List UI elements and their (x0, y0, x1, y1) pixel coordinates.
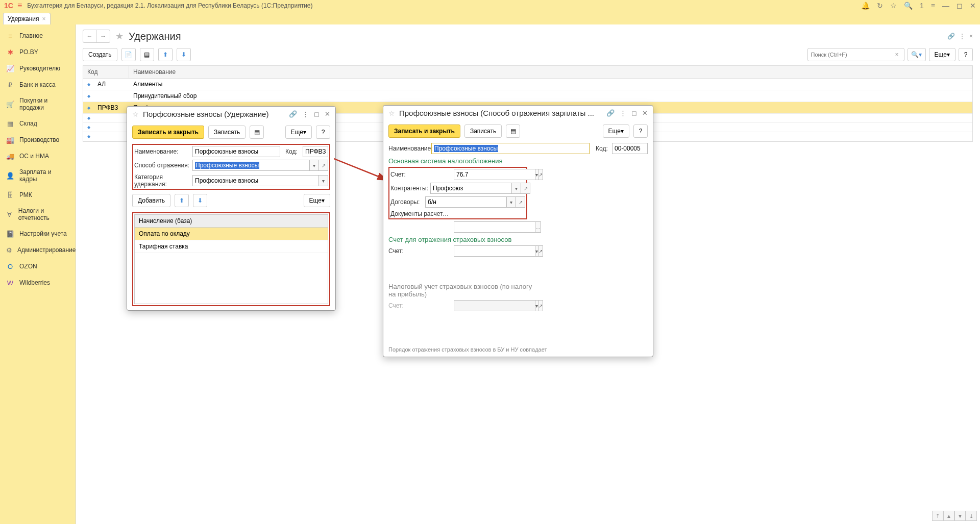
scroll-down-icon[interactable]: ▼ (954, 511, 966, 521)
more-icon[interactable]: ⋮ (959, 33, 965, 40)
link-icon[interactable]: 🔗 (947, 33, 955, 40)
tab-close-icon[interactable]: × (42, 15, 46, 22)
dialog1-more-button[interactable]: Еще ▾ (285, 126, 312, 139)
star-icon[interactable]: ☆ (890, 2, 897, 10)
open-icon[interactable]: ↗ (538, 169, 543, 180)
dialog1-list-more-button[interactable]: Еще ▾ (304, 194, 330, 207)
dialog2-account-input[interactable] (454, 169, 535, 180)
help-button[interactable]: ? (959, 48, 973, 61)
more-button[interactable]: Еще ▾ (929, 48, 955, 61)
dialog2-help-button[interactable]: ? (633, 124, 648, 138)
back-button[interactable]: ← (83, 30, 96, 42)
scroll-up-icon[interactable]: ▲ (943, 511, 954, 521)
page-close-icon[interactable]: × (969, 33, 973, 40)
dialog1-list-button[interactable]: ▤ (250, 126, 264, 139)
settings-icon[interactable]: ≡ (931, 2, 935, 10)
tab-uderzhaniya[interactable]: Удержания × (3, 13, 51, 24)
dialog1-method-open-icon[interactable]: ↗ (319, 160, 328, 171)
minimize-icon[interactable]: — (942, 2, 949, 10)
sidebar-item[interactable]: ₽Банк и касса (0, 77, 75, 93)
dialog2-docs-input[interactable] (454, 221, 535, 233)
sidebar-item[interactable]: WWildberries (0, 275, 75, 291)
table-row[interactable]: ◆Принудительный сбор (83, 90, 972, 102)
search-box[interactable]: × (807, 48, 904, 61)
sidebar-item[interactable]: ⚙Администрирование (0, 242, 75, 258)
sidebar-icon: ₽ (6, 81, 14, 89)
search-dropdown-button[interactable]: 🔍▾ (908, 48, 926, 61)
create-button[interactable]: Создать (83, 48, 117, 61)
list-button[interactable]: ▤ (140, 48, 154, 61)
sidebar-item[interactable]: 📓Настройки учета (0, 226, 75, 242)
dialog2-link-icon[interactable]: 🔗 (606, 109, 615, 117)
upload-button[interactable]: ⬆ (158, 48, 173, 61)
sidebar-item[interactable]: 🛒Покупки и продажи (0, 93, 75, 115)
close-icon[interactable]: ✕ (970, 2, 976, 10)
dialog1-code-input[interactable] (303, 146, 328, 157)
dialog2-maximize-icon[interactable]: ◻ (631, 109, 637, 117)
dialog2-more-icon[interactable]: ⋮ (620, 109, 626, 117)
dialog1-add-button[interactable]: Добавить (132, 194, 170, 207)
dialog1-star-icon[interactable]: ☆ (132, 110, 139, 118)
favorite-star-icon[interactable]: ★ (115, 31, 124, 42)
dialog2-more-button[interactable]: Еще ▾ (603, 124, 629, 138)
dialog1-method-input[interactable]: Профсоюзные взносы (192, 160, 310, 171)
dialog1-category-dropdown-icon[interactable]: ▾ (319, 175, 328, 186)
dialog2-contragent-input[interactable] (430, 183, 512, 194)
scroll-bottom-icon[interactable]: ⤓ (966, 511, 977, 521)
dropdown-icon[interactable]: ▾ (512, 183, 521, 194)
sidebar-item[interactable]: 🗄РМК (0, 187, 75, 203)
sidebar-item[interactable]: 📈Руководителю (0, 60, 75, 77)
dialog1-save-button[interactable]: Записать (208, 126, 246, 139)
sidebar-item[interactable]: ≡Главное (0, 28, 75, 44)
dialog2-save-close-button[interactable]: Записать и закрыть (388, 124, 460, 138)
open-icon[interactable]: ↗ (538, 245, 543, 257)
search-icon[interactable]: 🔍 (904, 2, 913, 10)
list-item[interactable]: Оплата по окладу (135, 228, 328, 240)
dialog1-more-icon[interactable]: ⋮ (302, 110, 309, 118)
dialog2-star-icon[interactable]: ☆ (388, 109, 395, 117)
dialog1-up-button[interactable]: ⬆ (175, 194, 189, 207)
copy-button[interactable]: 📄 (121, 48, 136, 61)
dialog1-maximize-icon[interactable]: ◻ (314, 110, 320, 118)
dialog2-contract-input[interactable] (425, 196, 507, 208)
dialog1-category-input[interactable] (192, 175, 319, 186)
table-header-code[interactable]: Код (83, 66, 129, 78)
sidebar-item[interactable]: OOZON (0, 258, 75, 275)
search-clear-icon[interactable]: × (893, 51, 901, 58)
sidebar-item[interactable]: ⱯНалоги и отчетность (0, 203, 75, 226)
sidebar-item[interactable]: 🚚ОС и НМА (0, 148, 75, 164)
dialog1-down-button[interactable]: ⬇ (193, 194, 207, 207)
dropdown-icon[interactable]: ▾ (507, 196, 516, 208)
open-icon[interactable]: ↗ (521, 183, 530, 194)
dialog2-account2-input[interactable] (454, 245, 535, 257)
menu-icon[interactable]: ≡ (17, 1, 22, 10)
dialog2-list-button[interactable]: ▤ (506, 124, 520, 138)
history-icon[interactable]: ↻ (877, 2, 883, 10)
forward-button[interactable]: → (96, 30, 110, 42)
dialog2-close-icon[interactable]: ✕ (642, 109, 648, 117)
dialog2-save-button[interactable]: Записать (464, 124, 502, 138)
sidebar-item[interactable]: 🏭Производство (0, 132, 75, 148)
sidebar-item[interactable]: ✱PO.BY (0, 44, 75, 60)
scroll-top-icon[interactable]: ⤒ (932, 511, 943, 521)
dialog1-method-dropdown-icon[interactable]: ▾ (310, 160, 319, 171)
tabsbar: Удержания × (0, 11, 980, 24)
download-button[interactable]: ⬇ (177, 48, 191, 61)
table-header-name[interactable]: Наименование (129, 66, 972, 78)
list-item[interactable]: Тарифная ставка (135, 240, 328, 253)
sidebar-item[interactable]: ▦Склад (0, 115, 75, 132)
maximize-icon[interactable]: ◻ (957, 2, 963, 10)
dialog1-name-input[interactable] (192, 146, 280, 157)
sidebar-item[interactable]: 👤Зарплата и кадры (0, 164, 75, 187)
open-icon[interactable]: ↗ (516, 196, 525, 208)
ellipsis-icon[interactable]: … (535, 221, 541, 233)
dialog2-code-input[interactable] (612, 143, 648, 154)
dialog2-name-input[interactable]: Профсоюзные взносы (431, 143, 590, 154)
search-input[interactable] (811, 52, 893, 58)
dialog1-link-icon[interactable]: 🔗 (289, 110, 297, 118)
dialog1-save-close-button[interactable]: Записать и закрыть (132, 126, 204, 139)
dialog1-help-button[interactable]: ? (316, 126, 330, 139)
dialog1-close-icon[interactable]: ✕ (325, 110, 330, 118)
table-row[interactable]: ◆АЛАлименты (83, 79, 972, 90)
bell-icon[interactable]: 🔔 (861, 2, 870, 10)
